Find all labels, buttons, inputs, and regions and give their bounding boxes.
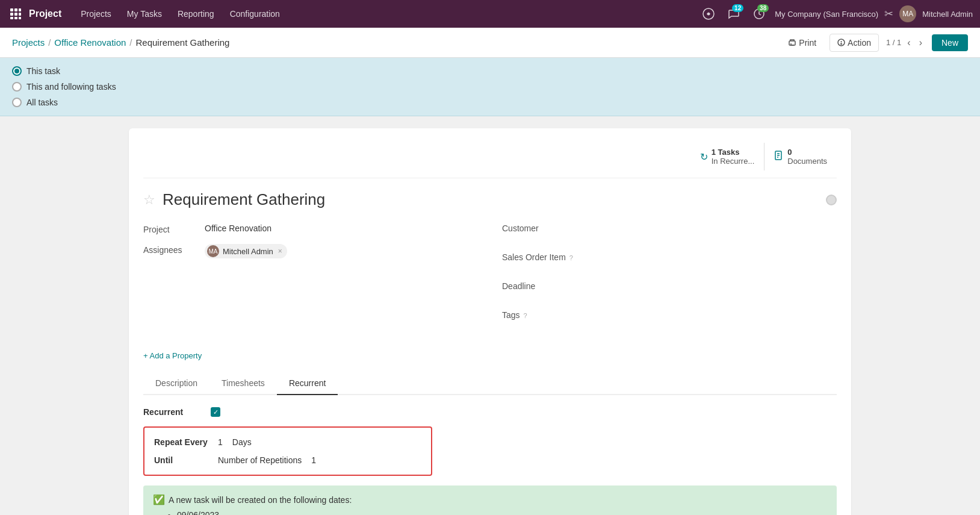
assignees-value: MA Mitchell Admin ×	[205, 244, 287, 258]
tab-description[interactable]: Description	[143, 372, 209, 395]
svg-rect-11	[789, 41, 795, 45]
repeat-unit[interactable]: Days	[232, 437, 252, 447]
svg-rect-3	[10, 13, 13, 16]
radio-all-tasks[interactable]	[12, 98, 22, 107]
assignees-label: Assignees	[143, 244, 197, 255]
recurrence-box: Repeat Every 1 Days Until Number of Repe…	[143, 426, 432, 476]
breadcrumb-current: Requirement Gathering	[136, 37, 230, 48]
print-button[interactable]: Print	[782, 34, 822, 51]
nav-configuration[interactable]: Configuration	[223, 5, 287, 22]
fields-left: Project Office Renovation Assignees MA M…	[143, 223, 478, 339]
deadline-label: Deadline	[502, 281, 535, 291]
prev-page[interactable]: ‹	[905, 36, 913, 49]
tags-label: Tags ?	[502, 310, 527, 320]
recurrence-meta-btn[interactable]: ↻ 1 Tasks In Recurre...	[690, 143, 765, 170]
tags-help-icon[interactable]: ?	[523, 312, 527, 319]
nav-reporting[interactable]: Reporting	[170, 5, 222, 22]
task-title-row: ☆ Requirement Gathering	[143, 190, 837, 209]
svg-point-14	[841, 43, 842, 44]
company-name: My Company (San Francisco)	[775, 10, 878, 19]
until-row: Until Number of Repetitions 1	[154, 455, 421, 465]
svg-rect-5	[19, 13, 21, 16]
new-button[interactable]: New	[932, 34, 968, 51]
pagination: 1 / 1 ‹ ›	[886, 36, 925, 49]
svg-rect-8	[19, 17, 21, 19]
status-circle[interactable]	[826, 195, 837, 205]
radio-following-tasks[interactable]	[12, 82, 22, 92]
sales-order-field-row: Sales Order Item ?	[502, 252, 837, 272]
activity-icon-btn[interactable]	[699, 4, 718, 23]
svg-rect-2	[19, 8, 21, 11]
messages-icon-btn[interactable]: 12	[724, 4, 743, 23]
info-check-icon: ✅	[153, 494, 165, 505]
task-card: ↻ 1 Tasks In Recurre... 0	[129, 128, 851, 515]
main-content: ↻ 1 Tasks In Recurre... 0	[0, 116, 980, 515]
tab-timesheets[interactable]: Timesheets	[209, 372, 277, 395]
messages-badge: 12	[732, 4, 743, 12]
project-label: Project	[143, 223, 197, 234]
svg-rect-1	[14, 8, 17, 11]
repeat-every-value[interactable]: 1	[218, 437, 223, 447]
repeat-every-row: Repeat Every 1 Days	[154, 437, 421, 447]
project-field-row: Project Office Renovation	[143, 223, 478, 234]
task-card-header: ↻ 1 Tasks In Recurre... 0	[143, 143, 837, 178]
recurrence-option-following[interactable]: This and following tasks	[12, 82, 968, 92]
customer-field-row: Customer	[502, 223, 837, 243]
tools-icon[interactable]: ✂	[884, 7, 893, 20]
project-value[interactable]: Office Renovation	[205, 223, 271, 233]
recurrent-checkbox[interactable]	[211, 407, 220, 417]
activities-icon-btn: 38	[749, 4, 769, 23]
svg-rect-0	[10, 8, 13, 11]
documents-meta-btn[interactable]: 0 Documents	[764, 143, 837, 170]
tabs: Description Timesheets Recurrent	[143, 372, 837, 395]
recurrent-section: Recurrent Repeat Every 1 Days Until Numb…	[143, 407, 837, 515]
navbar-right: 12 38 My Company (San Francisco) ✂ MA Mi…	[699, 4, 973, 23]
tags-field-row: Tags ?	[502, 310, 837, 329]
sales-order-help-icon[interactable]: ?	[569, 254, 573, 261]
radio-this-task[interactable]	[12, 66, 22, 76]
breadcrumb-sep1: /	[48, 37, 51, 48]
svg-rect-4	[14, 13, 17, 16]
assignees-field-row: Assignees MA Mitchell Admin ×	[143, 244, 478, 258]
recurrence-icon: ↻	[700, 151, 708, 163]
star-icon[interactable]: ☆	[143, 192, 155, 208]
activities-badge: 38	[757, 4, 769, 12]
remove-assignee-icon[interactable]: ×	[278, 247, 282, 255]
assignee-name: Mitchell Admin	[223, 247, 273, 256]
fields-grid: Project Office Renovation Assignees MA M…	[143, 223, 837, 339]
apps-icon[interactable]	[7, 5, 24, 22]
until-label: Until	[154, 455, 208, 465]
tab-recurrent[interactable]: Recurrent	[277, 372, 338, 395]
next-page[interactable]: ›	[917, 36, 925, 49]
info-date-item: 09/06/2023	[177, 510, 827, 515]
task-meta-buttons: ↻ 1 Tasks In Recurre... 0	[690, 143, 837, 170]
info-box-message: ✅ A new task will be created on the foll…	[153, 494, 827, 505]
app-brand: Project	[29, 8, 61, 19]
breadcrumb-projects[interactable]: Projects	[12, 37, 45, 48]
svg-rect-7	[14, 17, 17, 19]
document-icon	[774, 151, 784, 163]
nav-my-tasks[interactable]: My Tasks	[120, 5, 169, 22]
until-type[interactable]: Number of Repetitions	[218, 455, 302, 465]
repeat-every-label: Repeat Every	[154, 437, 208, 447]
recurrent-field-label: Recurrent	[143, 407, 203, 417]
nav-projects[interactable]: Projects	[73, 5, 119, 22]
add-property-link[interactable]: + Add a Property	[143, 351, 837, 360]
sales-order-label: Sales Order Item ?	[502, 252, 573, 262]
recurrence-panel: This task This and following tasks All t…	[0, 58, 980, 116]
info-dates-list: 09/06/2023	[153, 510, 827, 515]
assignee-avatar: MA	[207, 245, 219, 257]
until-count[interactable]: 1	[311, 455, 316, 465]
recurrence-option-this-task[interactable]: This task	[12, 66, 968, 76]
breadcrumb-project[interactable]: Office Renovation	[54, 37, 126, 48]
user-avatar[interactable]: MA	[899, 5, 916, 22]
fields-right: Customer Sales Order Item ? Deadline Tag…	[502, 223, 837, 339]
assignee-tag[interactable]: MA Mitchell Admin ×	[205, 244, 287, 258]
navbar-links: Projects My Tasks Reporting Configuratio…	[73, 5, 287, 22]
deadline-field-row: Deadline	[502, 281, 837, 301]
recurrence-option-all[interactable]: All tasks	[12, 98, 968, 107]
recurrent-checkbox-row: Recurrent	[143, 407, 837, 417]
breadcrumb-bar: Projects / Office Renovation / Requireme…	[0, 28, 980, 58]
info-box: ✅ A new task will be created on the foll…	[143, 485, 837, 515]
action-button[interactable]: Action	[830, 34, 879, 52]
